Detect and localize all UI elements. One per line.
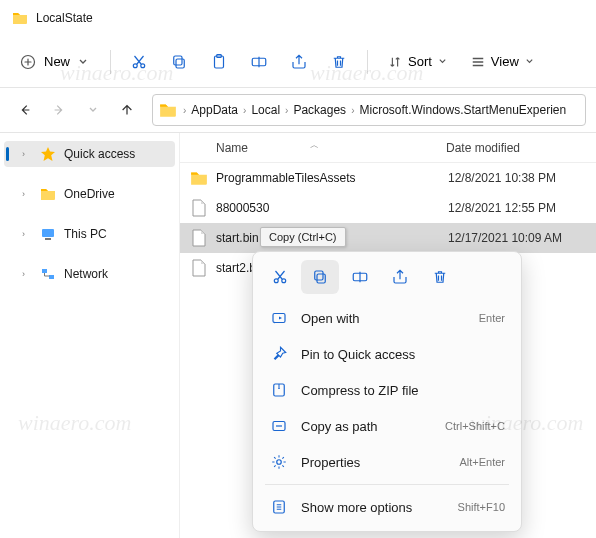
ctx-copy-as-path[interactable]: Copy as path Ctrl+Shift+C [259, 408, 515, 444]
sidebar-item-quick-access[interactable]: › Quick access [4, 141, 175, 167]
chevron-down-icon [438, 57, 447, 66]
folder-icon [12, 10, 28, 26]
chevron-down-icon [78, 57, 88, 67]
file-date: 12/17/2021 10:09 AM [448, 231, 596, 245]
share-button[interactable] [281, 44, 317, 80]
chevron-right-icon: › [181, 105, 188, 116]
ctx-share-button[interactable] [381, 260, 419, 294]
address-bar[interactable]: › AppData › Local › Packages › Microsoft… [152, 94, 586, 126]
ctx-show-more-options[interactable]: Show more options Shift+F10 [259, 489, 515, 525]
ctx-copy-button[interactable] [301, 260, 339, 294]
context-menu: Open with Enter Pin to Quick access Comp… [252, 251, 522, 532]
sidebar-item-label: Quick access [64, 147, 135, 161]
sidebar-item-network[interactable]: › Network [0, 261, 179, 287]
svg-point-2 [141, 63, 145, 67]
star-icon [40, 146, 56, 162]
ctx-item-shortcut: Enter [479, 312, 505, 324]
chevron-right-icon: › [349, 105, 356, 116]
separator [110, 50, 111, 74]
file-row[interactable]: ProgrammableTilesAssets 12/8/2021 10:38 … [180, 163, 596, 193]
folder-icon [159, 101, 177, 119]
svg-point-1 [133, 63, 137, 67]
nav-recent-button[interactable] [78, 95, 108, 125]
view-icon [471, 55, 485, 69]
more-options-icon [269, 497, 289, 517]
file-icon [190, 199, 208, 217]
file-row[interactable]: start.bin 12/17/2021 10:09 AM [180, 223, 596, 253]
file-row[interactable]: 88000530 12/8/2021 12:55 PM [180, 193, 596, 223]
view-button[interactable]: View [461, 48, 544, 75]
svg-rect-11 [49, 275, 54, 279]
ctx-delete-button[interactable] [421, 260, 459, 294]
sidebar-item-this-pc[interactable]: › This PC [0, 221, 179, 247]
ctx-cut-button[interactable] [261, 260, 299, 294]
sort-label: Sort [408, 54, 432, 69]
ctx-item-label: Properties [301, 455, 459, 470]
paste-button[interactable] [201, 44, 237, 80]
copy-icon [311, 268, 329, 286]
ctx-compress-zip[interactable]: Compress to ZIP file [259, 372, 515, 408]
copy-button[interactable] [161, 44, 197, 80]
chevron-right-icon: › [22, 229, 32, 239]
ctx-open-with[interactable]: Open with Enter [259, 300, 515, 336]
svg-point-12 [274, 279, 278, 283]
column-header-name[interactable]: Name ︿ [180, 141, 440, 155]
titlebar: LocalState [0, 0, 596, 36]
properties-icon [269, 452, 289, 472]
sort-button[interactable]: Sort [378, 48, 457, 75]
ctx-item-shortcut: Alt+Enter [459, 456, 505, 468]
sidebar: › Quick access › OneDrive › This PC › Ne… [0, 133, 180, 538]
network-icon [40, 266, 56, 282]
nav-up-button[interactable] [112, 95, 142, 125]
ctx-item-label: Compress to ZIP file [301, 383, 505, 398]
svg-rect-14 [317, 274, 325, 283]
svg-rect-8 [42, 229, 54, 237]
breadcrumb-segment[interactable]: Local [248, 103, 283, 117]
sort-icon [388, 55, 402, 69]
rename-button[interactable] [241, 44, 277, 80]
pin-icon [269, 344, 289, 364]
view-label: View [491, 54, 519, 69]
copy-path-icon [269, 416, 289, 436]
paste-icon [210, 53, 228, 71]
column-header-row: Name ︿ Date modified [180, 133, 596, 163]
plus-circle-icon [20, 54, 36, 70]
share-icon [391, 268, 409, 286]
rename-icon [250, 53, 268, 71]
zip-icon [269, 380, 289, 400]
cut-button[interactable] [121, 44, 157, 80]
breadcrumb-segment[interactable]: AppData [188, 103, 241, 117]
toolbar: New Sort View [0, 36, 596, 88]
column-header-date[interactable]: Date modified [440, 141, 596, 155]
sidebar-item-onedrive[interactable]: › OneDrive [0, 181, 179, 207]
ctx-rename-button[interactable] [341, 260, 379, 294]
chevron-right-icon: › [22, 189, 32, 199]
file-date: 12/8/2021 12:55 PM [448, 201, 596, 215]
copy-icon [170, 53, 188, 71]
nav-forward-button[interactable] [44, 95, 74, 125]
cut-icon [271, 268, 289, 286]
folder-icon [40, 186, 56, 202]
svg-rect-10 [42, 269, 47, 273]
arrow-left-icon [18, 103, 32, 117]
ctx-properties[interactable]: Properties Alt+Enter [259, 444, 515, 480]
nav-back-button[interactable] [10, 95, 40, 125]
sidebar-item-label: Network [64, 267, 108, 281]
ctx-item-label: Open with [301, 311, 479, 326]
sidebar-item-label: This PC [64, 227, 107, 241]
file-name: 88000530 [216, 201, 448, 215]
delete-icon [330, 53, 348, 71]
new-button[interactable]: New [8, 48, 100, 76]
separator [367, 50, 368, 74]
svg-rect-3 [176, 59, 184, 68]
delete-button[interactable] [321, 44, 357, 80]
ctx-pin-quick-access[interactable]: Pin to Quick access [259, 336, 515, 372]
svg-point-13 [282, 279, 286, 283]
breadcrumb-segment[interactable]: Microsoft.Windows.StartMenuExperien [356, 103, 569, 117]
breadcrumb-segment[interactable]: Packages [290, 103, 349, 117]
chevron-down-icon [88, 105, 98, 115]
file-date: 12/8/2021 10:38 PM [448, 171, 596, 185]
svg-rect-4 [174, 56, 182, 65]
sort-asc-icon: ︿ [310, 139, 319, 152]
navbar: › AppData › Local › Packages › Microsoft… [0, 88, 596, 132]
